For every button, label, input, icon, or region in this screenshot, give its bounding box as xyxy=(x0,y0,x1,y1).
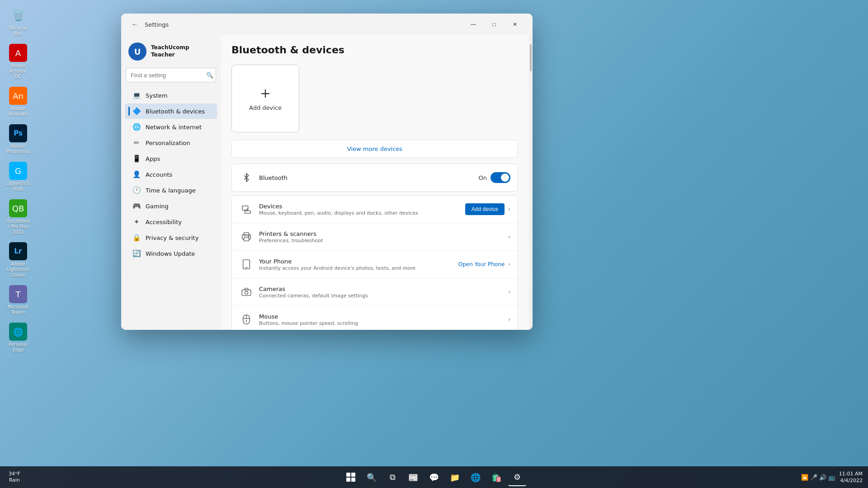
maximize-button[interactable]: □ xyxy=(484,17,505,32)
svg-rect-9 xyxy=(242,290,251,296)
mouse-chevron-icon: › xyxy=(508,316,510,323)
sidebar-item-accessibility[interactable]: ✦ Accessibility xyxy=(125,214,217,230)
bluetooth-state-label: On xyxy=(479,174,487,181)
desktop-icon-recycle-bin[interactable]: 🗑️ Recycle Bin xyxy=(4,5,33,38)
bluetooth-row-icon xyxy=(239,170,254,185)
privacy-icon: 🔒 xyxy=(132,234,141,242)
cameras-row-text: Cameras Connected cameras, default image… xyxy=(259,286,508,299)
personal-edge-icon: 🌐 xyxy=(9,323,27,341)
desktop-icons: 🗑️ Recycle Bin A Adobe Acrobat DC An Ado… xyxy=(0,0,36,359)
bluetooth-toggle[interactable] xyxy=(491,172,510,183)
desktop-icon-lightroom[interactable]: Lr Adobe Lightroom Classic xyxy=(4,240,33,280)
taskbar-weather[interactable]: 34°FRain xyxy=(5,468,24,486)
add-device-card[interactable]: + Add device xyxy=(231,65,299,132)
sidebar-item-label: Apps xyxy=(146,155,160,162)
printers-title: Printers & scanners xyxy=(259,230,508,237)
devices-row[interactable]: Devices Mouse, keyboard, pen, audio, dis… xyxy=(232,196,518,223)
your-phone-row-text: Your Phone Instantly access your Android… xyxy=(259,258,458,271)
devices-desc: Mouse, keyboard, pen, audio, displays an… xyxy=(259,210,465,216)
recycle-bin-label: Recycle Bin xyxy=(5,26,31,37)
devices-chevron-icon: › xyxy=(508,206,510,212)
display-icon[interactable]: 📺 xyxy=(828,474,835,481)
chevron-up-icon[interactable]: 🔼 xyxy=(801,474,808,481)
bluetooth-row-title: Bluetooth xyxy=(259,174,479,181)
search-icon-button[interactable]: 🔍 xyxy=(206,72,213,79)
sidebar-item-system[interactable]: 💻 System xyxy=(125,88,217,103)
desktop-icon-logitech[interactable]: G Logitech G HUB xyxy=(4,160,33,194)
taskbar: 34°FRain 🔍 ⧉ 📰 💬 📁 🌐 xyxy=(0,466,868,488)
scroll-thumb[interactable] xyxy=(530,44,532,71)
back-icon: ← xyxy=(132,21,138,28)
teams-label: Microsoft Teams xyxy=(5,305,31,315)
taskbar-file-explorer[interactable]: 📁 xyxy=(446,468,464,486)
gaming-icon: 🎮 xyxy=(132,202,141,210)
printers-action: › xyxy=(508,234,510,240)
your-phone-row[interactable]: Your Phone Instantly access your Android… xyxy=(232,251,518,278)
edge-icon: 🌐 xyxy=(471,473,481,482)
sidebar-item-apps[interactable]: 📱 Apps xyxy=(125,151,217,166)
adobe-animate-label: Adobe Animate xyxy=(5,106,31,117)
sidebar-item-time-language[interactable]: 🕐 Time & language xyxy=(125,183,217,198)
taskbar-task-view[interactable]: ⧉ xyxy=(383,468,401,486)
mic-icon[interactable]: 🎤 xyxy=(810,474,817,481)
minimize-button[interactable]: — xyxy=(463,17,484,32)
sidebar-item-privacy-security[interactable]: 🔒 Privacy & security xyxy=(125,230,217,245)
sidebar-item-gaming[interactable]: 🎮 Gaming xyxy=(125,198,217,214)
sidebar-item-label: Gaming xyxy=(146,203,169,210)
bluetooth-row[interactable]: Bluetooth On xyxy=(232,164,518,191)
desktop-icon-adobe-acrobat[interactable]: A Adobe Acrobat DC xyxy=(4,42,33,81)
sidebar: U TeachUcomp Teacher 🔍 💻 System 🔷 Blueto… xyxy=(121,35,221,330)
adobe-acrobat-label: Adobe Acrobat DC xyxy=(5,63,31,80)
sidebar-item-bluetooth[interactable]: 🔷 Bluetooth & devices xyxy=(125,103,217,119)
mouse-desc: Buttons, mouse pointer speed, scrolling xyxy=(259,320,508,326)
taskbar-edge[interactable]: 🌐 xyxy=(467,468,485,486)
lightroom-icon: Lr xyxy=(9,242,27,260)
back-button[interactable]: ← xyxy=(128,18,141,31)
quickbooks-icon: QB xyxy=(9,199,27,217)
main-content: Bluetooth & devices + Add device View mo… xyxy=(221,35,529,330)
search-input[interactable] xyxy=(126,68,216,82)
desktop-icon-personal-edge[interactable]: 🌐 Personal Edge xyxy=(4,321,33,355)
personalization-icon: ✏️ xyxy=(132,139,141,147)
desktop-icon-teams[interactable]: T Microsoft Teams xyxy=(4,283,33,317)
window-body: U TeachUcomp Teacher 🔍 💻 System 🔷 Blueto… xyxy=(121,35,533,330)
printers-row[interactable]: Printers & scanners Preferences, trouble… xyxy=(232,223,518,251)
desktop-icon-adobe-animate[interactable]: An Adobe Animate xyxy=(4,85,33,119)
sidebar-item-accounts[interactable]: 👤 Accounts xyxy=(125,167,217,182)
avatar-letter: U xyxy=(134,47,141,56)
your-phone-action: Open Your Phone › xyxy=(458,261,510,267)
printers-desc: Preferences, troubleshoot xyxy=(259,238,508,244)
accessibility-icon: ✦ xyxy=(132,218,141,226)
mouse-row[interactable]: Mouse Buttons, mouse pointer speed, scro… xyxy=(232,306,518,330)
svg-rect-18 xyxy=(346,473,350,477)
logitech-label: Logitech G HUB xyxy=(5,181,31,192)
taskbar-settings-active[interactable]: ⚙️ xyxy=(508,468,526,486)
taskbar-clock[interactable]: 11:01 AM 4/4/2022 xyxy=(839,470,863,484)
photoshop-icon: Ps xyxy=(9,124,27,142)
view-more-devices-link[interactable]: View more devices xyxy=(231,140,518,158)
taskbar-search-button[interactable]: 🔍 xyxy=(363,468,381,486)
desktop-icon-quickbooks[interactable]: QB QuickBooks Pro Plus 2022 xyxy=(4,197,33,237)
cameras-row[interactable]: Cameras Connected cameras, default image… xyxy=(232,278,518,306)
close-button[interactable]: ✕ xyxy=(505,17,525,32)
start-button[interactable] xyxy=(342,468,360,486)
devices-action: Add device › xyxy=(465,203,510,215)
svg-point-10 xyxy=(245,291,248,294)
svg-rect-21 xyxy=(351,478,355,482)
taskbar-widgets[interactable]: 📰 xyxy=(404,468,422,486)
volume-icon[interactable]: 🔊 xyxy=(819,474,826,481)
open-your-phone-link[interactable]: Open Your Phone xyxy=(458,261,505,267)
sidebar-item-personalization[interactable]: ✏️ Personalization xyxy=(125,135,217,150)
accounts-icon: 👤 xyxy=(132,170,141,178)
sidebar-item-network[interactable]: 🌐 Network & internet xyxy=(125,119,217,135)
desktop-icon-photoshop[interactable]: Ps Adobe Photoshop xyxy=(4,122,33,156)
personal-edge-label: Personal Edge xyxy=(5,342,31,353)
sidebar-item-label: Accessibility xyxy=(146,219,182,225)
sidebar-item-label: System xyxy=(146,92,167,99)
sidebar-item-windows-update[interactable]: 🔄 Windows Update xyxy=(125,246,217,261)
taskbar-chat[interactable]: 💬 xyxy=(425,468,443,486)
taskbar-store[interactable]: 🛍️ xyxy=(487,468,505,486)
add-device-button[interactable]: Add device xyxy=(465,203,505,215)
network-icon: 🌐 xyxy=(132,123,141,131)
photoshop-label: Adobe Photoshop xyxy=(5,144,31,155)
